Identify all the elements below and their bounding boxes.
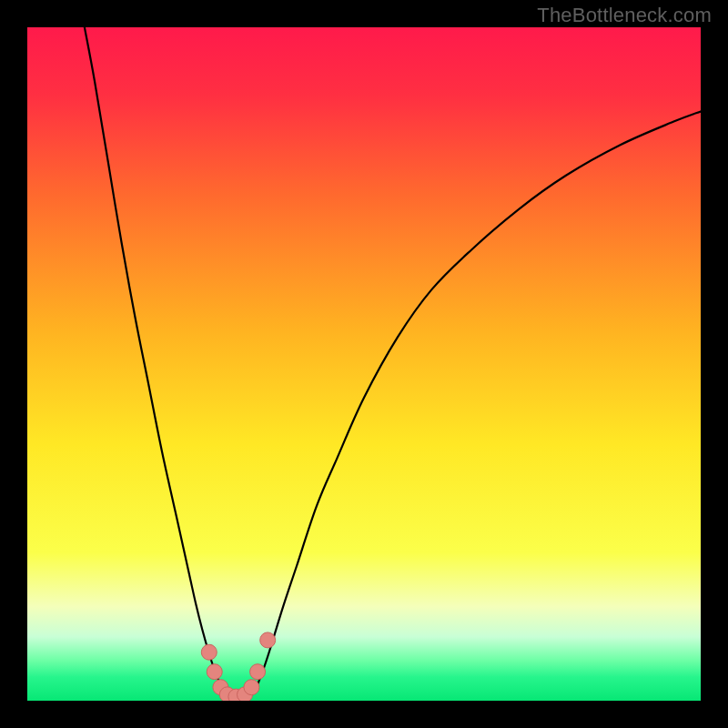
curve-left-branch xyxy=(85,27,229,697)
plot-area xyxy=(27,27,701,701)
marker-dot xyxy=(260,632,276,648)
curve-right-branch xyxy=(249,112,701,698)
marker-dot xyxy=(207,664,222,680)
marker-dot xyxy=(244,680,259,695)
watermark-text: TheBottleneck.com xyxy=(537,4,712,27)
outer-black-frame: TheBottleneck.com xyxy=(0,0,728,728)
marker-dot xyxy=(250,664,266,680)
marker-dot xyxy=(201,644,217,660)
bottleneck-curve xyxy=(27,27,701,701)
